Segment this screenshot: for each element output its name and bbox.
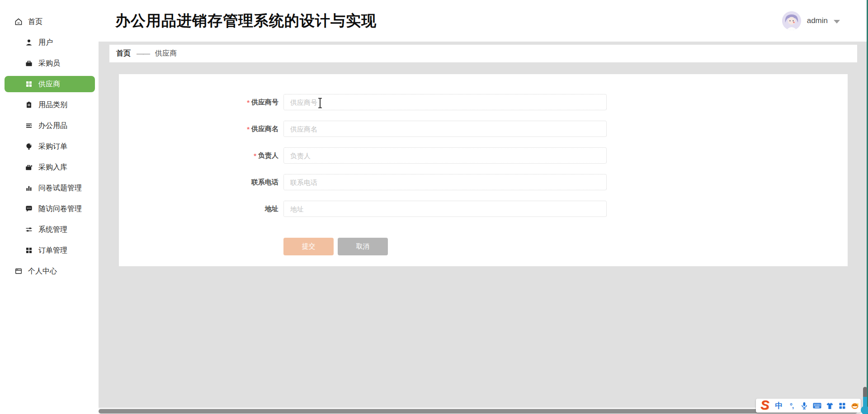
ime-toolbar: S 中 °, [756, 399, 861, 413]
sidebar-item-purchase-inbound[interactable]: 采购入库 [0, 157, 99, 178]
screen: 办公用品进销存管理系统的设计与实现 admin 首页 [0, 0, 868, 414]
sidebar-item-label: 供应商 [38, 80, 60, 89]
field-label: 地址 [265, 205, 278, 213]
user-menu[interactable]: admin [782, 0, 840, 42]
sliders-icon [25, 226, 33, 233]
scrubber-track-segment [863, 387, 867, 397]
sidebar-item-followup-questionnaires[interactable]: 随访问卷管理 [0, 198, 99, 219]
sidebar-item-suppliers[interactable]: 供应商 [5, 76, 95, 92]
person-in-charge-input[interactable] [283, 147, 607, 164]
squares-icon [25, 247, 33, 254]
sidebar-item-home[interactable]: 首页 [0, 11, 99, 32]
horizontal-scrollbar-thumb[interactable] [99, 409, 858, 414]
field-supplier-id: *供应商号 [119, 94, 848, 110]
sidebar-item-order-management[interactable]: 订单管理 [0, 240, 99, 261]
chinese-mode-icon[interactable]: 中 [774, 400, 783, 412]
sidebar-item-purchasers[interactable]: 采购员 [0, 53, 99, 74]
username-label: admin [807, 16, 828, 25]
required-asterisk: * [247, 99, 250, 106]
home-icon [15, 18, 22, 25]
sogou-logo-icon[interactable]: S [759, 399, 771, 411]
field-label: 负责人 [258, 151, 278, 160]
required-asterisk: * [254, 152, 256, 160]
submit-button[interactable]: 提交 [283, 238, 334, 255]
field-contact-phone: 联系电话 [119, 174, 848, 190]
sidebar-item-label: 首页 [28, 17, 42, 27]
grid-icon [25, 80, 33, 88]
supplier-form: *供应商号 *供应商名 *负责人 联系电话 地址 提交 取消 [119, 74, 848, 255]
sidebar-item-users[interactable]: 用户 [0, 32, 99, 53]
user-icon [25, 39, 33, 46]
toolbox-icon[interactable] [838, 400, 847, 412]
sidebar-item-questionnaire-questions[interactable]: 问卷试题管理 [0, 178, 99, 198]
sidebar-item-label: 订单管理 [38, 246, 67, 255]
chat-bubble-icon [25, 205, 33, 212]
form-buttons: 提交 取消 [283, 238, 848, 255]
field-address: 地址 [119, 201, 848, 217]
breadcrumb-current: 供应商 [155, 49, 177, 58]
skin-icon[interactable] [825, 400, 834, 412]
briefcase-icon [25, 60, 33, 67]
supplier-id-input[interactable] [283, 94, 607, 110]
sidebar-item-supply-categories[interactable]: 用品类别 [0, 94, 99, 115]
cancel-button[interactable]: 取消 [338, 238, 388, 255]
sidebar-item-label: 办公用品 [38, 121, 67, 131]
field-label: 供应商名 [251, 125, 278, 133]
punctuation-icon[interactable]: °, [787, 400, 796, 412]
top-bar: 办公用品进销存管理系统的设计与实现 admin [99, 0, 868, 42]
supplier-name-input[interactable] [283, 121, 607, 137]
sidebar-item-label: 采购订单 [38, 142, 67, 151]
horizontal-scrollbar-track[interactable] [99, 408, 868, 414]
sidebar-item-label: 问卷试题管理 [38, 183, 82, 193]
sidebar-item-system-management[interactable]: 系统管理 [0, 219, 99, 240]
breadcrumb-home-link[interactable]: 首页 [116, 49, 131, 58]
sidebar: 首页 用户 采购员 供应商 用品类别 办公用品 采购订单 采购入库 [0, 0, 99, 414]
breadcrumb-separator: —— [137, 50, 149, 58]
address-input[interactable] [283, 201, 607, 217]
field-label: 联系电话 [251, 178, 278, 187]
sidebar-item-label: 用品类别 [38, 100, 67, 110]
emoji-icon[interactable] [850, 400, 859, 412]
supplier-form-card: *供应商号 *供应商名 *负责人 联系电话 地址 提交 取消 [119, 74, 848, 266]
vertical-scrubber[interactable] [861, 387, 868, 414]
sidebar-item-label: 采购入库 [38, 163, 67, 172]
clipboard-icon [25, 101, 33, 108]
bar-chart-icon [25, 184, 33, 192]
sidebar-item-label: 采购员 [38, 59, 60, 68]
field-label: 供应商号 [251, 98, 278, 107]
field-supplier-name: *供应商名 [119, 121, 848, 137]
list-icon [25, 122, 33, 129]
sidebar-item-label: 个人中心 [28, 267, 57, 276]
field-person-in-charge: *负责人 [119, 147, 848, 164]
sidebar-item-label: 系统管理 [38, 225, 67, 235]
page-title: 办公用品进销存管理系统的设计与实现 [115, 11, 377, 31]
sidebar-item-label: 随访问卷管理 [38, 204, 82, 214]
avatar[interactable] [782, 11, 801, 30]
sidebar-item-purchase-orders[interactable]: 采购订单 [0, 136, 99, 157]
contact-phone-input[interactable] [283, 174, 607, 190]
required-asterisk: * [247, 125, 250, 133]
keyboard-icon[interactable] [812, 400, 821, 412]
scrubber-handle[interactable] [861, 406, 868, 414]
bag-flag-icon [25, 164, 33, 171]
bulb-icon [25, 143, 33, 150]
window-icon [15, 268, 22, 275]
chevron-down-icon[interactable] [834, 20, 840, 24]
microphone-icon[interactable] [800, 400, 809, 412]
sidebar-item-office-supplies[interactable]: 办公用品 [0, 115, 99, 136]
sidebar-item-label: 用户 [38, 38, 53, 47]
sidebar-item-personal-center[interactable]: 个人中心 [0, 261, 99, 282]
breadcrumb: 首页 —— 供应商 [109, 45, 857, 62]
